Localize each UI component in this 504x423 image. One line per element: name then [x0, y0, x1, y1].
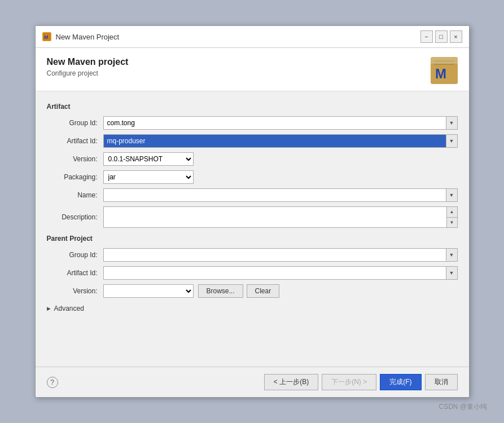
version-row-artifact: Version: 0.0.1-SNAPSHOT 1.0.0 1.0.0-SNAP… — [47, 152, 458, 166]
parent-group-id-dropdown-arrow[interactable]: ▼ — [446, 249, 457, 261]
svg-text:M: M — [44, 34, 49, 40]
parent-version-row: Version: Browse... Clear — [47, 284, 458, 298]
group-id-row: Group Id: ▼ — [47, 116, 458, 130]
dialog-window: M New Maven Project − □ × New Maven proj… — [35, 25, 470, 398]
group-id-control: ▼ — [103, 116, 458, 130]
cancel-button[interactable]: 取消 — [425, 374, 458, 390]
description-textarea-wrapper: ▲ ▼ — [103, 206, 458, 228]
svg-rect-3 — [434, 60, 454, 65]
parent-artifact-id-row: Artifact Id: ▼ — [47, 266, 458, 280]
artifact-id-input[interactable] — [104, 135, 446, 147]
maximize-button[interactable]: □ — [435, 30, 448, 43]
version-label-artifact: Version: — [47, 155, 103, 163]
advanced-label: Advanced — [54, 305, 84, 312]
artifact-id-input-wrapper: ▼ — [103, 134, 458, 148]
finish-button[interactable]: 完成(F) — [380, 374, 421, 390]
parent-artifact-id-label: Artifact Id: — [47, 269, 103, 277]
next-button[interactable]: 下一步(N) > — [322, 374, 376, 390]
dialog-content: Artifact Group Id: ▼ Artifact Id: ▼ — [36, 91, 469, 367]
header-title: New Maven project — [47, 57, 129, 67]
browse-button[interactable]: Browse... — [198, 284, 243, 298]
artifact-id-control: ▼ — [103, 134, 458, 148]
artifact-id-dropdown-arrow[interactable]: ▼ — [446, 135, 457, 147]
dialog-title: New Maven Project — [56, 33, 120, 41]
parent-artifact-id-input-wrapper: ▼ — [103, 266, 458, 280]
dialog-footer: ? < 上一步(B) 下一步(N) > 完成(F) 取消 — [36, 367, 469, 397]
parent-group-id-input[interactable] — [104, 249, 446, 261]
dialog-header: New Maven project Configure project M — [36, 48, 469, 91]
window-controls: − □ × — [420, 30, 462, 43]
packaging-select[interactable]: jar war pom ear — [103, 170, 194, 184]
name-row: Name: ▼ — [47, 188, 458, 202]
description-label: Description: — [47, 213, 103, 221]
maven-title-icon: M — [42, 32, 51, 41]
parent-version-label: Version: — [47, 287, 103, 295]
version-control-artifact: 0.0.1-SNAPSHOT 1.0.0 1.0.0-SNAPSHOT — [103, 152, 458, 166]
name-label: Name: — [47, 191, 103, 199]
artifact-id-row: Artifact Id: ▼ — [47, 134, 458, 148]
artifact-id-label: Artifact Id: — [47, 137, 103, 145]
parent-group-id-label: Group Id: — [47, 251, 103, 259]
description-textarea[interactable] — [104, 207, 446, 227]
description-spin-buttons: ▲ ▼ — [446, 207, 457, 227]
description-row: Description: ▲ ▼ — [47, 206, 458, 228]
advanced-triangle-icon: ▶ — [47, 306, 51, 311]
advanced-row[interactable]: ▶ Advanced — [47, 305, 458, 312]
packaging-control: jar war pom ear — [103, 170, 458, 184]
footer-right: < 上一步(B) 下一步(N) > 完成(F) 取消 — [264, 374, 458, 390]
name-input[interactable] — [104, 189, 446, 201]
svg-rect-5 — [434, 61, 454, 64]
parent-group-id-control: ▼ — [103, 248, 458, 262]
parent-version-select[interactable] — [103, 284, 194, 298]
title-bar-left: M New Maven Project — [42, 32, 120, 41]
name-dropdown-arrow[interactable]: ▼ — [446, 189, 457, 201]
browse-clear-group: Browse... Clear — [198, 284, 280, 298]
parent-artifact-id-dropdown-arrow[interactable]: ▼ — [446, 267, 457, 279]
parent-artifact-id-control: ▼ — [103, 266, 458, 280]
parent-group-id-row: Group Id: ▼ — [47, 248, 458, 262]
description-spin-down[interactable]: ▼ — [447, 218, 457, 228]
version-select-artifact[interactable]: 0.0.1-SNAPSHOT 1.0.0 1.0.0-SNAPSHOT — [103, 152, 194, 166]
description-spin-up[interactable]: ▲ — [447, 207, 457, 218]
parent-artifact-id-input[interactable] — [104, 267, 446, 279]
name-input-wrapper: ▼ — [103, 188, 458, 202]
title-bar: M New Maven Project − □ × — [36, 26, 469, 48]
svg-text:M: M — [435, 66, 446, 81]
artifact-section-label: Artifact — [47, 103, 458, 111]
footer-left: ? — [47, 377, 58, 388]
group-id-dropdown-arrow[interactable]: ▼ — [446, 117, 457, 129]
maven-logo: M — [431, 57, 458, 84]
clear-button[interactable]: Clear — [247, 284, 280, 298]
back-button[interactable]: < 上一步(B) — [264, 374, 318, 390]
group-id-input[interactable] — [104, 117, 446, 129]
description-control: ▲ ▼ — [103, 206, 458, 228]
header-subtitle: Configure project — [47, 69, 129, 77]
packaging-label: Packaging: — [47, 173, 103, 181]
help-button[interactable]: ? — [47, 377, 58, 388]
minimize-button[interactable]: − — [420, 30, 433, 43]
group-id-input-wrapper: ▼ — [103, 116, 458, 130]
parent-version-group: Browse... Clear — [103, 284, 458, 298]
watermark: CSDN @童小纯 — [439, 402, 487, 412]
close-button[interactable]: × — [450, 30, 462, 43]
header-text: New Maven project Configure project — [47, 57, 129, 77]
parent-group-id-input-wrapper: ▼ — [103, 248, 458, 262]
name-control: ▼ — [103, 188, 458, 202]
group-id-label: Group Id: — [47, 119, 103, 127]
packaging-row: Packaging: jar war pom ear — [47, 170, 458, 184]
parent-project-section-label: Parent Project — [47, 235, 458, 243]
